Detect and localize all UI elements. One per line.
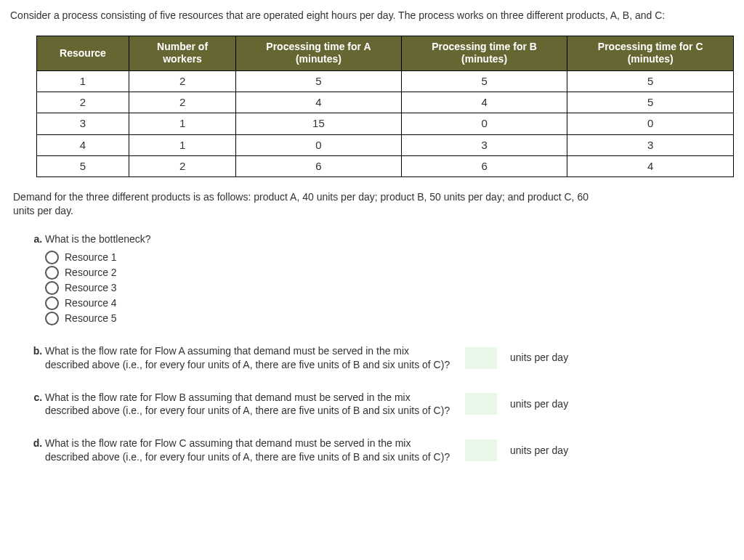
question-c: What is the flow rate for Flow B assumin… [45,391,734,418]
radio-icon [45,266,59,280]
answer-b-input[interactable] [465,347,497,369]
table-row: 1 2 5 5 5 [37,70,734,92]
option-label: Resource 3 [65,281,117,295]
radio-icon [45,281,59,295]
th-time-a: Processing time for A (minutes) [236,36,402,70]
question-a: What is the bottleneck? Resource 1 Resou… [45,232,734,325]
option-resource-2[interactable]: Resource 2 [45,266,734,280]
demand-text: Demand for the three different products … [13,190,609,218]
question-d: What is the flow rate for Flow C assumin… [45,437,734,464]
th-resource: Resource [37,36,129,70]
option-resource-4[interactable]: Resource 4 [45,296,734,310]
option-label: Resource 4 [65,296,117,310]
radio-icon [45,296,59,310]
table-row: 4 1 0 3 3 [37,134,734,155]
th-time-c: Processing time for C (minutes) [567,36,734,70]
radio-icon [45,251,59,264]
answer-c-input[interactable] [465,393,497,415]
th-workers: Number of workers [129,36,236,70]
th-time-b: Processing time for B (minutes) [401,36,567,70]
question-b-text: What is the flow rate for Flow A assumin… [45,344,452,372]
table-row: 2 2 4 4 5 [37,92,734,113]
table-row: 3 1 15 0 0 [37,113,734,134]
option-label: Resource 1 [65,251,117,264]
answer-d-unit: units per day [510,444,568,458]
resource-table: Resource Number of workers Processing ti… [36,36,734,177]
table-row: 5 2 6 6 4 [37,155,734,176]
option-resource-5[interactable]: Resource 5 [45,312,734,325]
question-b: What is the flow rate for Flow A assumin… [45,344,734,372]
answer-b-unit: units per day [510,351,568,365]
intro-text: Consider a process consisting of five re… [10,9,734,23]
question-c-text: What is the flow rate for Flow B assumin… [45,391,452,418]
answer-d-input[interactable] [465,439,497,461]
answer-c-unit: units per day [510,397,568,411]
option-resource-1[interactable]: Resource 1 [45,251,734,264]
question-a-prompt: What is the bottleneck? [45,232,734,246]
question-d-text: What is the flow rate for Flow C assumin… [45,437,452,464]
option-resource-3[interactable]: Resource 3 [45,281,734,295]
radio-icon [45,312,59,325]
option-label: Resource 5 [65,312,117,325]
option-label: Resource 2 [65,266,117,280]
